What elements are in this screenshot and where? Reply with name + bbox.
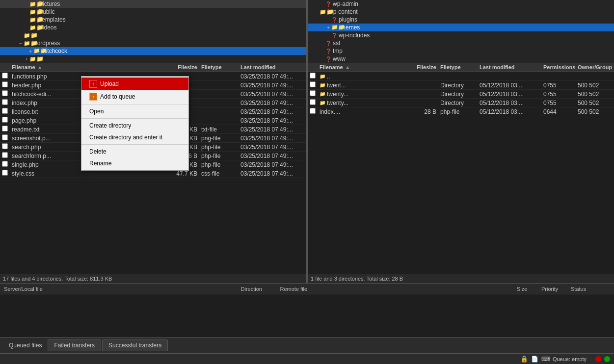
separator-2 (81, 118, 188, 119)
sort-icon-right: ▲ (345, 64, 350, 70)
tree-item-templates[interactable]: 📁 Templates (0, 16, 306, 24)
perms-twent2: 0755 (543, 91, 578, 98)
file-row-index-php[interactable]: index.... 28 B php-file 05/12/2018 03:..… (308, 107, 614, 116)
expand-wordpress[interactable]: − (18, 41, 24, 46)
header-perms-right[interactable]: Permissions (543, 64, 578, 70)
tree-item-ssl[interactable]: ❓ ssl (308, 39, 614, 47)
filename-parent: 📁.. (320, 73, 406, 80)
tree-label-plugins: plugins (339, 16, 357, 23)
tree-item-empty[interactable]: 📁 (0, 31, 306, 39)
expand-www[interactable] (320, 56, 325, 62)
tree-item-wp-admin[interactable]: ❓ wp-admin (308, 0, 614, 8)
header-modified-right[interactable]: Last modified (480, 64, 543, 70)
context-menu-rename[interactable]: Rename (81, 157, 188, 169)
context-menu-add-queue[interactable]: ↑ Add to queue (81, 90, 188, 103)
expand-wp-includes[interactable] (325, 33, 331, 38)
expand-ssl[interactable] (320, 41, 325, 46)
filename-twent2: 📁twenty... (320, 91, 406, 98)
type-searchform: php-file (201, 153, 240, 159)
expand-pictures[interactable] (24, 1, 29, 7)
header-perms-label-right: Permissions (543, 64, 575, 70)
tree-item-public[interactable]: 📁 Public (0, 8, 306, 16)
left-tree[interactable]: 📁 Pictures 📁 Public 📁 Templates (0, 0, 306, 63)
expand-wp-content[interactable]: − (314, 9, 320, 15)
modified-header: 03/25/2018 07:49:... (240, 82, 304, 89)
context-menu-upload[interactable]: ↑ Upload (81, 78, 188, 90)
check-functions[interactable] (2, 73, 8, 78)
left-file-header: Filename ▲ Filesize Filetype Last modifi… (0, 63, 306, 72)
file-row-parent[interactable]: 📁.. (308, 72, 614, 81)
check-style[interactable] (2, 170, 8, 176)
tree-item-videos[interactable]: 📁 Videos (0, 24, 306, 31)
tree-item-themes[interactable]: + 📁 themes (308, 24, 614, 31)
expand-empty[interactable] (18, 33, 24, 38)
check-page[interactable] (2, 117, 8, 123)
check-search[interactable] (2, 143, 8, 149)
add-queue-icon: ↑ (89, 93, 97, 101)
check-searchform[interactable] (2, 152, 8, 158)
header-filesize-left[interactable]: Filesize (167, 64, 201, 70)
header-filename-left[interactable]: Filename ▲ (12, 64, 167, 70)
check-index[interactable] (2, 99, 8, 105)
expand-tmp[interactable] (320, 49, 325, 54)
check-header[interactable] (2, 81, 8, 87)
file-row-twent1[interactable]: 📁twent... Directory 05/12/2018 03:... 07… (308, 81, 614, 90)
check-parent[interactable] (310, 73, 316, 78)
check-license[interactable] (2, 108, 8, 114)
expand-wp-admin[interactable] (320, 1, 325, 7)
expand-hitchcock[interactable]: + (27, 49, 33, 54)
expand-public[interactable] (24, 9, 29, 15)
right-tree[interactable]: ❓ wp-admin − 📁 wp-content ❓ plugins (308, 0, 614, 63)
context-rename-label: Rename (89, 160, 111, 167)
context-delete-label: Delete (89, 148, 107, 155)
check-hitchcock-edi[interactable] (2, 90, 8, 96)
tree-item-pictures[interactable]: 📁 Pictures (0, 0, 306, 8)
keyboard-icon: ⌨ (541, 356, 550, 363)
check-twent1[interactable] (310, 81, 316, 87)
tab-queued-files[interactable]: Queued files (3, 340, 48, 351)
header-filename-right[interactable]: Filename ▲ (320, 64, 406, 70)
tree-item-tmp[interactable]: ❓ tmp (308, 47, 614, 55)
lock-icon: 🔒 (520, 355, 528, 363)
file-row-twent3[interactable]: 📁twenty... Directory 05/12/2018 03:... 0… (308, 99, 614, 107)
tree-label-tmp: tmp (333, 48, 343, 54)
check-index-php[interactable] (310, 108, 316, 114)
header-filetype-right[interactable]: Filetype (440, 64, 480, 70)
check-twent3[interactable] (310, 99, 316, 105)
header-filetype-left[interactable]: Filetype (201, 64, 240, 70)
modified-index-php: 05/12/2018 03:... (480, 108, 543, 115)
header-filesize-right[interactable]: Filesize (406, 64, 440, 70)
tree-item-sub[interactable]: + 📁 (0, 55, 306, 63)
tree-item-hitchcock[interactable]: + 📁 hitchcock (0, 47, 306, 55)
header-modified-left[interactable]: Last modified (240, 64, 304, 70)
check-screenshot[interactable] (2, 134, 8, 140)
upload-arrow-icon: ↑ (89, 80, 97, 88)
expand-themes[interactable]: + (325, 25, 331, 30)
expand-plugins[interactable] (325, 17, 331, 23)
context-menu-create-dir-enter[interactable]: Create directory and enter it (81, 131, 188, 143)
context-menu-create-dir[interactable]: Create directory (81, 120, 188, 131)
tab-successful-transfers[interactable]: Successful transfers (102, 339, 168, 351)
expand-sub[interactable]: + (24, 56, 29, 62)
tab-failed-transfers[interactable]: Failed transfers (48, 339, 101, 351)
expand-templates[interactable] (24, 17, 29, 23)
right-file-list[interactable]: 📁.. 📁twent... Directory 05/12 (308, 72, 614, 274)
tree-item-wordpress[interactable]: − 📁 wordpress (0, 39, 306, 47)
tree-item-www[interactable]: ❓ www (308, 55, 614, 63)
tree-item-wp-includes[interactable]: ❓ wp-includes (308, 31, 614, 39)
header-owner-right[interactable]: Owner/Group (578, 64, 612, 70)
modified-search: 03/25/2018 07:49:... (240, 144, 304, 151)
check-readme[interactable] (2, 126, 8, 131)
check-twent2[interactable] (310, 90, 316, 96)
tree-item-wp-content[interactable]: − 📁 wp-content (308, 8, 614, 16)
context-menu[interactable]: ↑ Upload ↑ Add to queue Open Create dire… (81, 76, 189, 171)
type-readme: txt-file (201, 126, 240, 133)
transfer-panel: Server/Local file Direction Remote file … (0, 283, 614, 337)
context-menu-open[interactable]: Open (81, 105, 188, 117)
file-row-twent2[interactable]: 📁twenty... Directory 05/12/2018 03:... 0… (308, 90, 614, 99)
context-menu-delete[interactable]: Delete (81, 146, 188, 157)
expand-videos[interactable] (24, 25, 29, 30)
tree-item-plugins[interactable]: ❓ plugins (308, 16, 614, 24)
check-single[interactable] (2, 161, 8, 167)
type-single: php-file (201, 161, 240, 168)
